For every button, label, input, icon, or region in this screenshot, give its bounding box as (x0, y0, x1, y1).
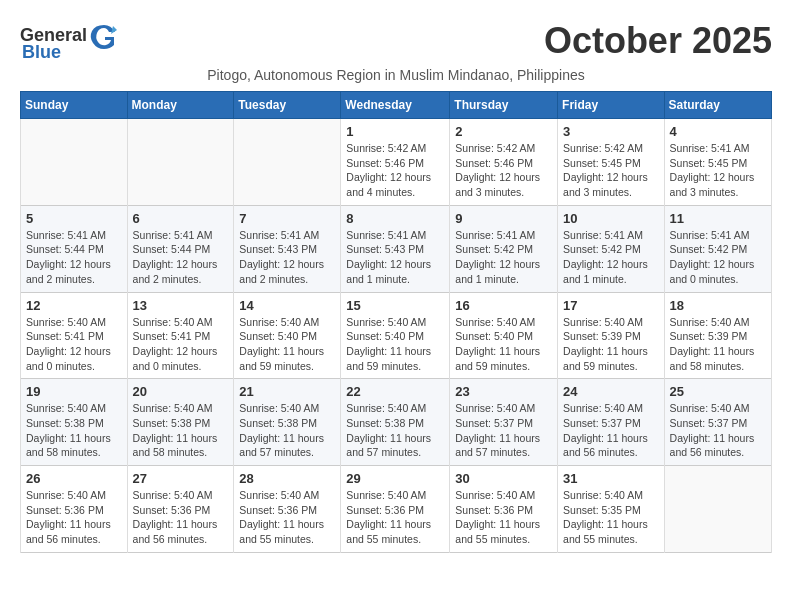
header-tuesday: Tuesday (234, 92, 341, 119)
cell-w1-d5: 2Sunrise: 5:42 AM Sunset: 5:46 PM Daylig… (450, 119, 558, 206)
cell-w2-d6: 10Sunrise: 5:41 AM Sunset: 5:42 PM Dayli… (558, 205, 665, 292)
day-number: 9 (455, 211, 552, 226)
day-info: Sunrise: 5:40 AM Sunset: 5:37 PM Dayligh… (670, 401, 766, 460)
cell-w4-d3: 21Sunrise: 5:40 AM Sunset: 5:38 PM Dayli… (234, 379, 341, 466)
cell-w2-d7: 11Sunrise: 5:41 AM Sunset: 5:42 PM Dayli… (664, 205, 771, 292)
day-info: Sunrise: 5:41 AM Sunset: 5:44 PM Dayligh… (133, 228, 229, 287)
day-number: 19 (26, 384, 122, 399)
day-number: 13 (133, 298, 229, 313)
day-info: Sunrise: 5:40 AM Sunset: 5:39 PM Dayligh… (563, 315, 659, 374)
day-info: Sunrise: 5:40 AM Sunset: 5:40 PM Dayligh… (239, 315, 335, 374)
day-number: 20 (133, 384, 229, 399)
cell-w2-d4: 8Sunrise: 5:41 AM Sunset: 5:43 PM Daylig… (341, 205, 450, 292)
cell-w3-d1: 12Sunrise: 5:40 AM Sunset: 5:41 PM Dayli… (21, 292, 128, 379)
day-info: Sunrise: 5:40 AM Sunset: 5:41 PM Dayligh… (133, 315, 229, 374)
cell-w2-d5: 9Sunrise: 5:41 AM Sunset: 5:42 PM Daylig… (450, 205, 558, 292)
day-number: 7 (239, 211, 335, 226)
day-number: 26 (26, 471, 122, 486)
logo: General Blue (20, 20, 119, 63)
cell-w5-d3: 28Sunrise: 5:40 AM Sunset: 5:36 PM Dayli… (234, 466, 341, 553)
calendar-table: Sunday Monday Tuesday Wednesday Thursday… (20, 91, 772, 553)
cell-w4-d2: 20Sunrise: 5:40 AM Sunset: 5:38 PM Dayli… (127, 379, 234, 466)
day-info: Sunrise: 5:40 AM Sunset: 5:40 PM Dayligh… (346, 315, 444, 374)
cell-w1-d4: 1Sunrise: 5:42 AM Sunset: 5:46 PM Daylig… (341, 119, 450, 206)
day-info: Sunrise: 5:40 AM Sunset: 5:37 PM Dayligh… (563, 401, 659, 460)
week-row-2: 5Sunrise: 5:41 AM Sunset: 5:44 PM Daylig… (21, 205, 772, 292)
day-info: Sunrise: 5:40 AM Sunset: 5:36 PM Dayligh… (455, 488, 552, 547)
day-number: 8 (346, 211, 444, 226)
day-number: 30 (455, 471, 552, 486)
day-number: 28 (239, 471, 335, 486)
header-thursday: Thursday (450, 92, 558, 119)
cell-w4-d4: 22Sunrise: 5:40 AM Sunset: 5:38 PM Dayli… (341, 379, 450, 466)
day-info: Sunrise: 5:41 AM Sunset: 5:44 PM Dayligh… (26, 228, 122, 287)
day-number: 12 (26, 298, 122, 313)
day-number: 23 (455, 384, 552, 399)
cell-w3-d5: 16Sunrise: 5:40 AM Sunset: 5:40 PM Dayli… (450, 292, 558, 379)
day-number: 10 (563, 211, 659, 226)
cell-w2-d1: 5Sunrise: 5:41 AM Sunset: 5:44 PM Daylig… (21, 205, 128, 292)
month-title: October 2025 (544, 20, 772, 62)
day-info: Sunrise: 5:41 AM Sunset: 5:45 PM Dayligh… (670, 141, 766, 200)
header-monday: Monday (127, 92, 234, 119)
day-number: 6 (133, 211, 229, 226)
cell-w3-d3: 14Sunrise: 5:40 AM Sunset: 5:40 PM Dayli… (234, 292, 341, 379)
day-info: Sunrise: 5:41 AM Sunset: 5:42 PM Dayligh… (563, 228, 659, 287)
day-number: 5 (26, 211, 122, 226)
subtitle: Pitogo, Autonomous Region in Muslim Mind… (20, 67, 772, 83)
cell-w4-d1: 19Sunrise: 5:40 AM Sunset: 5:38 PM Dayli… (21, 379, 128, 466)
day-number: 1 (346, 124, 444, 139)
day-info: Sunrise: 5:41 AM Sunset: 5:43 PM Dayligh… (346, 228, 444, 287)
cell-w5-d5: 30Sunrise: 5:40 AM Sunset: 5:36 PM Dayli… (450, 466, 558, 553)
cell-w4-d6: 24Sunrise: 5:40 AM Sunset: 5:37 PM Dayli… (558, 379, 665, 466)
cell-w5-d4: 29Sunrise: 5:40 AM Sunset: 5:36 PM Dayli… (341, 466, 450, 553)
header-friday: Friday (558, 92, 665, 119)
day-number: 31 (563, 471, 659, 486)
day-info: Sunrise: 5:40 AM Sunset: 5:41 PM Dayligh… (26, 315, 122, 374)
day-info: Sunrise: 5:40 AM Sunset: 5:40 PM Dayligh… (455, 315, 552, 374)
cell-w5-d1: 26Sunrise: 5:40 AM Sunset: 5:36 PM Dayli… (21, 466, 128, 553)
day-number: 24 (563, 384, 659, 399)
day-info: Sunrise: 5:40 AM Sunset: 5:38 PM Dayligh… (346, 401, 444, 460)
day-info: Sunrise: 5:41 AM Sunset: 5:42 PM Dayligh… (670, 228, 766, 287)
cell-w1-d7: 4Sunrise: 5:41 AM Sunset: 5:45 PM Daylig… (664, 119, 771, 206)
day-info: Sunrise: 5:40 AM Sunset: 5:35 PM Dayligh… (563, 488, 659, 547)
day-info: Sunrise: 5:40 AM Sunset: 5:38 PM Dayligh… (133, 401, 229, 460)
day-number: 29 (346, 471, 444, 486)
day-info: Sunrise: 5:40 AM Sunset: 5:36 PM Dayligh… (346, 488, 444, 547)
week-row-1: 1Sunrise: 5:42 AM Sunset: 5:46 PM Daylig… (21, 119, 772, 206)
day-info: Sunrise: 5:40 AM Sunset: 5:39 PM Dayligh… (670, 315, 766, 374)
day-number: 17 (563, 298, 659, 313)
cell-w3-d7: 18Sunrise: 5:40 AM Sunset: 5:39 PM Dayli… (664, 292, 771, 379)
cell-w3-d6: 17Sunrise: 5:40 AM Sunset: 5:39 PM Dayli… (558, 292, 665, 379)
cell-w1-d1 (21, 119, 128, 206)
day-info: Sunrise: 5:40 AM Sunset: 5:36 PM Dayligh… (133, 488, 229, 547)
cell-w5-d2: 27Sunrise: 5:40 AM Sunset: 5:36 PM Dayli… (127, 466, 234, 553)
cell-w4-d7: 25Sunrise: 5:40 AM Sunset: 5:37 PM Dayli… (664, 379, 771, 466)
day-info: Sunrise: 5:42 AM Sunset: 5:46 PM Dayligh… (346, 141, 444, 200)
day-number: 15 (346, 298, 444, 313)
day-number: 18 (670, 298, 766, 313)
logo-blue: Blue (22, 42, 61, 63)
cell-w2-d2: 6Sunrise: 5:41 AM Sunset: 5:44 PM Daylig… (127, 205, 234, 292)
cell-w3-d4: 15Sunrise: 5:40 AM Sunset: 5:40 PM Dayli… (341, 292, 450, 379)
cell-w2-d3: 7Sunrise: 5:41 AM Sunset: 5:43 PM Daylig… (234, 205, 341, 292)
header-wednesday: Wednesday (341, 92, 450, 119)
day-number: 16 (455, 298, 552, 313)
day-number: 14 (239, 298, 335, 313)
day-info: Sunrise: 5:40 AM Sunset: 5:36 PM Dayligh… (239, 488, 335, 547)
header-row: Sunday Monday Tuesday Wednesday Thursday… (21, 92, 772, 119)
day-number: 3 (563, 124, 659, 139)
logo-icon (89, 20, 119, 50)
header-saturday: Saturday (664, 92, 771, 119)
cell-w1-d2 (127, 119, 234, 206)
week-row-3: 12Sunrise: 5:40 AM Sunset: 5:41 PM Dayli… (21, 292, 772, 379)
page-header: General Blue October 2025 (20, 20, 772, 63)
day-number: 4 (670, 124, 766, 139)
day-info: Sunrise: 5:40 AM Sunset: 5:38 PM Dayligh… (239, 401, 335, 460)
day-info: Sunrise: 5:41 AM Sunset: 5:42 PM Dayligh… (455, 228, 552, 287)
day-number: 11 (670, 211, 766, 226)
day-number: 27 (133, 471, 229, 486)
day-number: 22 (346, 384, 444, 399)
day-number: 21 (239, 384, 335, 399)
